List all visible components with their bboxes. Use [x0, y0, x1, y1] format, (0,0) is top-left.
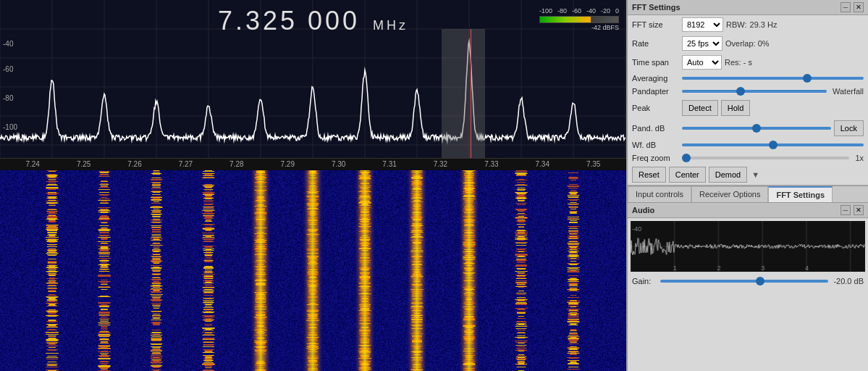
audio-close-btn[interactable]: ✕: [854, 205, 864, 215]
y-label-100: -100: [3, 123, 17, 131]
tabs-row: Input controls Receiver Options FFT Sett…: [628, 186, 868, 203]
tab-receiver-options[interactable]: Receiver Options: [691, 186, 768, 202]
lock-button[interactable]: Lock: [834, 120, 864, 136]
gain-value: -20.0 dB: [831, 277, 864, 285]
pand-db-slider[interactable]: [682, 127, 831, 130]
audio-gain-row: Gain: -20.0 dB: [628, 275, 868, 288]
frequency-unit: MHz: [373, 18, 408, 33]
sig-label-2: -80: [557, 7, 567, 14]
demod-button[interactable]: Demod: [709, 167, 747, 183]
sig-label-3: -60: [572, 7, 581, 14]
fft-minimize-btn[interactable]: ─: [840, 2, 851, 12]
rate-label: Rate: [632, 39, 679, 48]
sig-label-5: -20: [601, 7, 610, 14]
wf-db-label: Wf. dB: [632, 141, 679, 149]
pandapter-row: Pandapter Waterfall: [628, 85, 868, 98]
x-label-6: 7.29: [281, 160, 295, 168]
overlap-label: Overlap: 0%: [725, 39, 770, 48]
wf-db-row: Wf. dB: [628, 138, 868, 151]
wf-db-slider[interactable]: [682, 143, 864, 146]
x-label-2: 7.25: [77, 160, 90, 168]
highlight-box: [442, 29, 485, 159]
cursor-line: [471, 29, 471, 159]
averaging-label: Averaging: [632, 74, 679, 83]
y-label-40: -40: [3, 40, 13, 48]
freq-zoom-label: Freq zoom: [632, 154, 679, 162]
demod-arrow[interactable]: ▼: [751, 170, 759, 179]
averaging-slider[interactable]: [682, 77, 864, 80]
x-label-11: 7.34: [536, 160, 549, 168]
waterfall-canvas[interactable]: [0, 170, 626, 371]
spectrum-panel: 7.325 000 MHz -100 -80 -60 -40 -20 0 -42…: [0, 0, 626, 371]
sig-label-1: -100: [539, 7, 552, 14]
action-buttons-row: Reset Center Demod ▼: [628, 164, 868, 185]
rate-select[interactable]: 25 fps 10 fps 50 fps: [682, 36, 722, 51]
x-label-4: 7.27: [179, 160, 193, 168]
fft-header-controls: ─ ✕: [840, 2, 864, 12]
pand-db-label: Pand. dB: [632, 124, 679, 133]
tab-input-controls[interactable]: Input controls: [628, 186, 691, 202]
peak-row: Peak Detect Hold: [628, 98, 868, 118]
gain-slider[interactable]: [660, 280, 828, 283]
sig-label-6: 0: [615, 7, 619, 14]
x-label-9: 7.32: [434, 160, 447, 168]
audio-minimize-btn[interactable]: ─: [840, 205, 851, 215]
pandapter-slider[interactable]: [682, 90, 827, 93]
signal-bar-container: -100 -80 -60 -40 -20 0 -42 dBFS: [539, 7, 619, 31]
waterfall-label: Waterfall: [833, 87, 864, 96]
x-axis: 7.24 7.25 7.26 7.27 7.28 7.29 7.30 7.31 …: [0, 158, 626, 170]
fft-settings-panel: FFT Settings ─ ✕ FFT size 8192 4096 2048…: [628, 0, 868, 186]
audio-title: Audio: [632, 206, 654, 214]
freq-zoom-slider[interactable]: [682, 157, 849, 159]
signal-bar-fill: [540, 17, 591, 22]
audio-section: Audio ─ ✕ Gain: -20.0 dB: [628, 203, 868, 371]
fft-size-row: FFT size 8192 4096 2048 16384 RBW: 29.3 …: [628, 15, 868, 34]
audio-spectrum-canvas: [631, 221, 865, 272]
hold-button[interactable]: Hold: [721, 100, 751, 116]
signal-bar-labels: -100 -80 -60 -40 -20 0: [539, 7, 619, 14]
rbw-value: 29.3 Hz: [750, 20, 778, 29]
reset-button[interactable]: Reset: [632, 167, 666, 183]
time-span-label: Time span: [632, 58, 679, 67]
rate-row: Rate 25 fps 10 fps 50 fps Overlap: 0%: [628, 34, 868, 53]
pand-db-row: Pand. dB Lock: [628, 118, 868, 138]
x-label-10: 7.33: [484, 160, 498, 168]
fft-settings-title: FFT Settings: [632, 3, 681, 12]
audio-header: Audio ─ ✕: [628, 203, 868, 218]
x-label-1: 7.24: [25, 160, 39, 168]
detect-button[interactable]: Detect: [682, 100, 718, 116]
fft-size-label: FFT size: [632, 20, 679, 29]
gain-label: Gain:: [632, 277, 657, 285]
fft-size-select[interactable]: 8192 4096 2048 16384: [682, 17, 723, 32]
peak-label: Peak: [632, 104, 679, 112]
x-label-8: 7.31: [382, 160, 396, 168]
x-label-7: 7.30: [332, 160, 345, 168]
time-span-row: Time span Auto 1s 5s Res: - s: [628, 53, 868, 72]
right-panel: FFT Settings ─ ✕ FFT size 8192 4096 2048…: [626, 0, 868, 371]
time-span-select[interactable]: Auto 1s 5s: [682, 55, 722, 70]
fft-close-btn[interactable]: ✕: [854, 2, 864, 12]
freq-zoom-row: Freq zoom 1x: [628, 151, 868, 164]
audio-spectrum: [631, 221, 865, 272]
frequency-value: 7.325 000: [218, 6, 360, 36]
sig-label-4: -40: [586, 7, 596, 14]
pandapter-label: Pandapter: [632, 87, 679, 96]
x-label-5: 7.28: [229, 160, 243, 168]
center-button[interactable]: Center: [669, 167, 706, 183]
x-label-12: 7.35: [586, 160, 600, 168]
averaging-row: Averaging: [628, 72, 868, 85]
waterfall-area[interactable]: [0, 170, 626, 371]
x-label-3: 7.26: [127, 160, 141, 168]
audio-header-controls: ─ ✕: [840, 205, 864, 215]
y-label-80: -80: [3, 94, 13, 102]
rbw-label: RBW:: [726, 20, 747, 29]
freq-zoom-value: 1x: [855, 154, 864, 162]
y-label-60: -60: [3, 65, 13, 73]
signal-dbfs: -42 dBFS: [539, 24, 619, 31]
signal-bar-background: [539, 16, 619, 23]
res-label: Res: - s: [725, 58, 752, 67]
frequency-display: 7.325 000 MHz: [218, 6, 408, 36]
tab-fft-settings[interactable]: FFT Settings: [768, 186, 833, 202]
fft-settings-header: FFT Settings ─ ✕: [628, 0, 868, 15]
